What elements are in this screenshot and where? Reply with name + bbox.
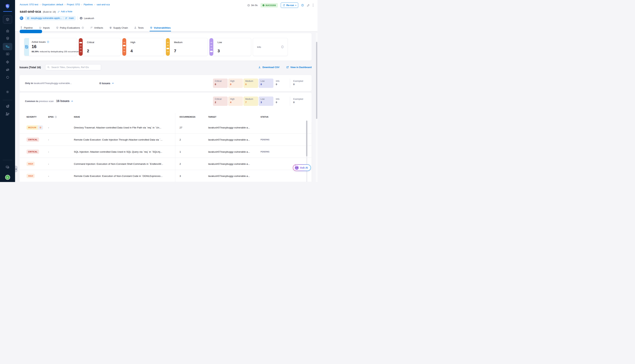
sidebar-item-exemptions[interactable] [0, 68, 15, 72]
only-in-severity-chips: Critical0 High0 Medium0 Low0 Info0 Exemp… [213, 78, 306, 88]
sidebar-item-settings[interactable] [0, 90, 15, 94]
tab-tests[interactable]: Tests [134, 24, 144, 31]
user-avatar[interactable]: L [0, 175, 15, 180]
chip-low: Low0 [259, 78, 273, 88]
policy-evaluations-tab-icon [56, 26, 59, 29]
issues-total-title: Issues (Total 16) [20, 66, 41, 69]
vulnerabilities-tab-icon [150, 26, 152, 29]
download-csv-link[interactable]: Download CSV [258, 66, 279, 68]
severity-badge-medium: MEDIUM [27, 125, 43, 130]
table-row[interactable]: MEDIUM - Directory Traversal: Attacker-c… [20, 122, 312, 134]
occurrences-value: 2 [177, 162, 206, 165]
sidebar-item-targets[interactable] [0, 60, 15, 64]
sidebar-item-pipelines-active[interactable] [0, 43, 15, 50]
ask-ai-button[interactable]: Ask AI [293, 164, 311, 171]
target-value: lavakush07/easybuggy-vulnerable-a... [206, 150, 258, 153]
common-to-header-row[interactable]: Common to previous scan 16 Issues Critic… [20, 93, 312, 110]
table-row[interactable]: CRITICAL - Remote Code Execution: Code I… [20, 134, 312, 146]
sidebar-item-overview[interactable] [0, 36, 15, 40]
tab-vulnerabilities[interactable]: Vulnerabilities [150, 24, 171, 31]
page-scrollbar[interactable] [316, 33, 317, 182]
edit-pipeline-icon[interactable] [307, 4, 310, 7]
issues-search[interactable] [45, 64, 101, 70]
chip-info: Info0 [274, 78, 289, 88]
severity-badge-critical: CRITICAL [27, 138, 39, 142]
repo-branch-chip[interactable]: easybuggy-vulnerable-applic... main [25, 16, 76, 20]
breadcrumb-account[interactable]: Account: STO test [20, 3, 38, 6]
tab-supply-chain[interactable]: Supply Chain [109, 24, 128, 31]
sidebar-expand-handle[interactable]: ▶ [15, 166, 18, 172]
sidebar-divider-bottom [0, 160, 15, 160]
only-in-count-toggle[interactable]: 0 Issues [99, 82, 114, 85]
module-cube-icon [3, 15, 12, 24]
issues-search-input[interactable] [51, 66, 99, 68]
table-scrollbar-thumb[interactable] [306, 120, 307, 156]
active-issues-info-icon[interactable] [47, 41, 49, 43]
help-chat-icon[interactable]: ? [0, 165, 15, 170]
clipped-scrolled-button[interactable] [20, 30, 42, 33]
breadcrumb: Account: STO test › Organization: defaul… [20, 3, 110, 6]
issues-toolbar: Issues (Total 16) Download CSV View in D… [20, 64, 312, 70]
pencil-icon [58, 10, 60, 13]
repo-name[interactable]: easybuggy-vulnerable-applic... [31, 17, 62, 20]
critical-value: 2 [87, 48, 89, 54]
sidebar-item-org-settings[interactable] [0, 112, 15, 116]
issue-title[interactable]: SQL Injection: Attacker-controlled Data … [72, 150, 177, 153]
branch-name[interactable]: main [69, 17, 74, 20]
issue-title[interactable]: Directory Traversal: Attacker-controlled… [72, 126, 177, 129]
target-value: lavakush07/easybuggy-vulnerable-a... [206, 126, 258, 129]
high-severity-meter [122, 38, 126, 56]
medium-label: Medium [174, 41, 182, 44]
common-to-count-toggle[interactable]: 16 Issues [56, 100, 73, 103]
sidebar-divider [0, 100, 15, 100]
sidebar-item-home[interactable] [0, 29, 15, 33]
low-severity-meter [209, 38, 213, 56]
issue-title[interactable]: Remote Code Execution: Execution of Non-… [72, 175, 177, 178]
chip-exempted: Exempted0 [291, 78, 306, 88]
external-link-icon [286, 66, 289, 68]
policy-info-icon[interactable] [82, 26, 84, 29]
common-to-prefix: Common to [25, 100, 38, 102]
breadcrumb-project[interactable]: Project: STO [67, 3, 80, 6]
chevron-down-icon [112, 82, 114, 84]
issues-table-header: SEVERITY EPSS ISSUE OCCURRENCES TARGET S… [20, 113, 312, 120]
breadcrumb-separator: › [81, 3, 82, 6]
breadcrumb-pipelines[interactable]: Pipelines [84, 3, 93, 6]
page-scrollbar-thumb[interactable] [316, 42, 317, 119]
sidebar-item-token[interactable] [0, 76, 15, 79]
trigger-type-icon [20, 16, 23, 20]
breadcrumb-separator: › [94, 3, 95, 6]
tab-policy-evaluations[interactable]: Policy Evaluations [56, 24, 85, 31]
table-row[interactable]: CRITICAL - SQL Injection: Attacker-contr… [20, 146, 312, 158]
breadcrumb-organization[interactable]: Organization: default [42, 3, 63, 6]
medium-summary-card: Medium 7 [166, 38, 208, 56]
chip-low: Low3 [259, 96, 273, 106]
table-row[interactable]: HIGH - Command Injection: Execution of N… [20, 158, 312, 170]
table-scrollbar[interactable] [306, 120, 307, 182]
sidebar-item-account-resources[interactable] [0, 104, 15, 108]
breadcrumb-pipeline-name[interactable]: sast-and-sca [97, 3, 110, 6]
pipelines-icon [5, 44, 10, 48]
view-in-dashboard-link[interactable]: View in Dashboard [286, 66, 312, 68]
chevron-up-icon [71, 100, 73, 102]
epss-info-icon[interactable] [55, 116, 57, 118]
sidebar-item-executions[interactable] [0, 52, 15, 56]
info-icon[interactable] [301, 4, 304, 6]
occurrences-value: 3 [177, 175, 206, 178]
tab-artifacts[interactable]: Artifacts [90, 24, 103, 31]
more-options-kebab-icon[interactable] [313, 4, 313, 7]
module-selector-button[interactable] [0, 15, 15, 24]
rerun-dropdown-caret[interactable]: ▾ [295, 4, 296, 6]
dedup-layers-icon[interactable] [38, 125, 43, 130]
issue-title[interactable]: Remote Code Execution: Code Injection Th… [72, 138, 177, 141]
only-in-header-row[interactable]: Only in lavakush07/easybuggy-vulnerable.… [20, 75, 312, 91]
content-area: Active Issues 16 88.39% reduced by dedup… [15, 32, 317, 182]
common-to-severity-chips: Critical2 High4 Medium7 Low3 Info0 Exemp… [213, 96, 306, 106]
issue-title[interactable]: Command Injection: Execution of Non-Cons… [72, 162, 177, 165]
active-issues-shield-search-icon [24, 38, 29, 56]
table-row[interactable]: HIGH - Remote Code Execution: Execution … [20, 170, 312, 182]
harness-sto-logo-icon[interactable] [0, 3, 15, 9]
rerun-button[interactable]: Re-run ▾ [281, 2, 298, 8]
status-value: PENDING [258, 151, 312, 153]
add-note-link[interactable]: Add a Note [58, 10, 72, 13]
